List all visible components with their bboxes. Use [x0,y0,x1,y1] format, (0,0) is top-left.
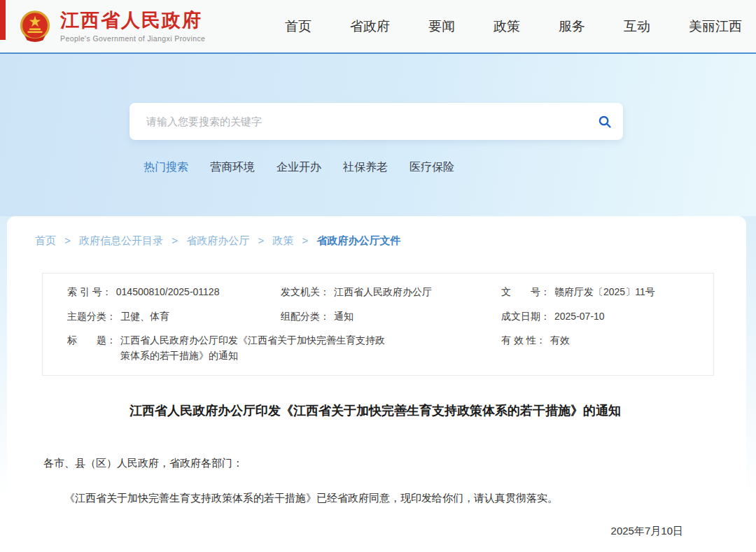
document-body: 各市、县（区）人民政府，省政府各部门： 《江西省关于加快完善生育支持政策体系的若… [35,455,715,552]
hot-item-social-security[interactable]: 社保养老 [343,160,388,175]
logo-text: 江西省人民政府 People's Government of Jiangxi P… [60,10,205,42]
nav-home[interactable]: 首页 [285,17,312,36]
meta-topic-category: 主题分类： 卫健、体育 [67,309,281,325]
document-meta-table: 索 引 号： 014500810/2025-01128 发文机关： 江西省人民政… [42,273,714,376]
breadcrumb-general-office[interactable]: 省政府办公厅 [186,234,249,246]
hot-item-business-environment[interactable]: 营商环境 [210,160,255,175]
breadcrumb-info-directory[interactable]: 政府信息公开目录 [79,234,163,246]
search-button[interactable] [587,103,623,140]
breadcrumb-current: 省政府办公厅文件 [316,234,400,246]
breadcrumb-policy[interactable]: 政策 [272,234,293,246]
hot-item-company-startup[interactable]: 企业开办 [276,160,321,175]
meta-document-number: 文 号： 赣府厅发〔2025〕11号 [501,285,699,300]
hot-search-label: 热门搜索 [144,160,188,175]
nav-news[interactable]: 要闻 [428,17,455,36]
main-nav: 首页 省政府 要闻 政策 服务 互动 美丽江西 [285,17,742,36]
meta-index-number: 索 引 号： 014500810/2025-01128 [67,285,281,300]
breadcrumb-separator: > [302,234,309,246]
breadcrumb-separator: > [64,234,71,246]
page-lower: 首页 > 政府信息公开目录 > 省政府办公厅 > 政策 > 省政府办公厅文件 索… [0,216,756,552]
search-banner: 热门搜索 营商环境 企业开办 社保养老 医疗保险 [0,54,756,216]
content-card: 首页 > 政府信息公开目录 > 省政府办公厅 > 政策 > 省政府办公厅文件 索… [7,216,746,552]
national-emblem-icon [17,8,53,45]
site-logo[interactable]: 江西省人民政府 People's Government of Jiangxi P… [17,8,205,45]
nav-provincial-government[interactable]: 省政府 [350,17,390,36]
document-paragraph: 《江西省关于加快完善生育支持政策体系的若干措施》已经省政府同意，现印发给你们，请… [43,490,707,507]
search-box [130,103,623,140]
meta-validity: 有 效 性： 有效 [501,333,699,363]
search-input[interactable] [130,103,587,140]
meta-group-category: 组配分类： 通知 [281,309,501,325]
nav-policy[interactable]: 政策 [493,17,520,36]
search-icon [597,114,612,129]
breadcrumb-separator: > [172,234,178,246]
left-edge-red-banner [0,0,6,40]
document-salutation: 各市、县（区）人民政府，省政府各部门： [43,455,707,472]
breadcrumb-home[interactable]: 首页 [35,234,56,246]
hot-search-row: 热门搜索 营商环境 企业开办 社保养老 医疗保险 [144,160,454,175]
nav-services[interactable]: 服务 [559,17,585,36]
hot-item-medical-insurance[interactable]: 医疗保险 [410,160,454,175]
meta-written-date: 成文日期： 2025-07-10 [501,309,699,325]
meta-title: 标 题： 江西省人民政府办公厅印发《江西省关于加快完善生育支持政策体系的若干措施… [67,333,501,363]
site-header: 江西省人民政府 People's Government of Jiangxi P… [0,0,756,54]
site-name: 江西省人民政府 [60,10,205,31]
document-date: 2025年7月10日 [43,523,707,539]
document-title: 江西省人民政府办公厅印发《江西省关于加快完善生育支持政策体系的若干措施》的通知 [35,402,715,419]
site-name-en: People's Government of Jiangxi Province [60,34,205,43]
breadcrumb-separator: > [258,234,264,246]
breadcrumb: 首页 > 政府信息公开目录 > 省政府办公厅 > 政策 > 省政府办公厅文件 [35,234,715,248]
nav-beautiful-jiangxi[interactable]: 美丽江西 [689,17,742,36]
meta-issuing-agency: 发文机关： 江西省人民政府办公厅 [281,285,501,300]
nav-interaction[interactable]: 互动 [624,17,650,36]
